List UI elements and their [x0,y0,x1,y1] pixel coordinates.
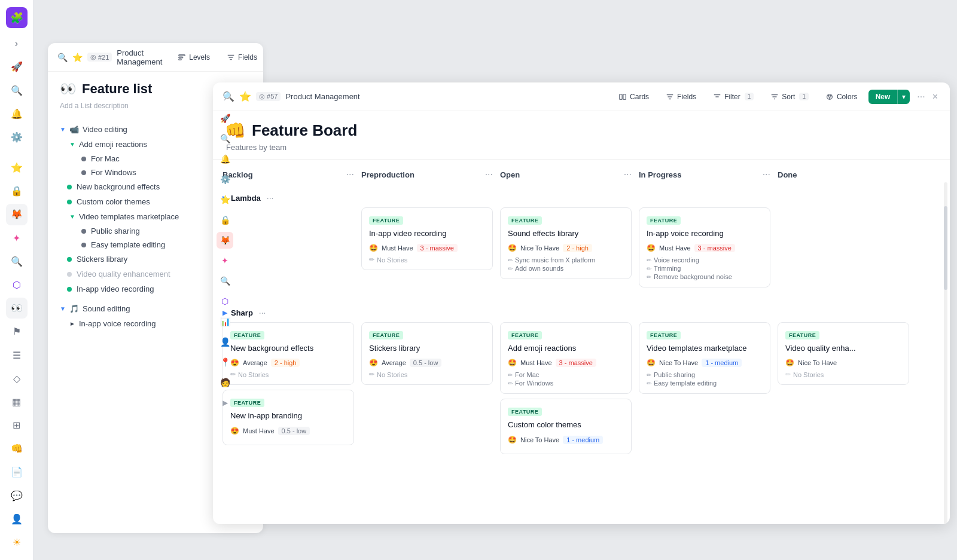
lambda-group-header[interactable]: ▶ Lambda ··· [223,187,940,207]
board-fields-button[interactable]: Fields [660,90,702,104]
svg-rect-1 [179,57,183,58]
card-emoji-reactions[interactable]: FEATURE Add emoji reactions 🤩 Must Have … [500,322,632,394]
card-bg-effects[interactable]: FEATURE New background effects 😍 Average… [223,322,354,385]
inner-star[interactable]: ⭐ [217,191,233,208]
list-search-icon[interactable]: 🔍 [57,53,68,62]
nav-search[interactable]: 🔍 [6,80,28,101]
kanban-group-sharp: ▶ Sharp ··· FEATURE New background effec… [223,302,940,458]
nav-star[interactable]: ⭐ [6,157,28,178]
nav-search2[interactable]: 🔍 [6,251,28,272]
board-star-icon[interactable]: ⭐ [239,91,251,102]
inner-fox[interactable]: 🦊 [217,232,233,249]
sharp-group-header[interactable]: ▶ Sharp ··· [223,302,940,322]
nav-list[interactable]: ☰ [6,344,28,365]
card-color-themes[interactable]: FEATURE Custom color themes 🤩 Nice To Ha… [500,399,632,454]
cards-button[interactable]: Cards [612,90,655,104]
inner-sidebar: › 🚀 🔍 🔔 ⚙️ ⭐ 🔒 🦊 ✦ 🔍 ⬡ 📊 👤 📍 🧑 ▶ [213,82,237,441]
item-dot [67,257,72,262]
item-dot [81,243,86,247]
nav-doc[interactable]: 📄 [6,461,28,482]
card-voice-recording[interactable]: FEATURE In-app voice recording 🤩 Must Ha… [639,207,770,287]
list-star-icon[interactable]: ⭐ [72,53,83,62]
item-dot [81,229,86,234]
nav-rocket[interactable]: 🚀 [6,56,28,77]
board-title: Feature Board [252,121,357,140]
board-header-title: Product Management [285,92,359,101]
nav-expand[interactable]: › [6,33,28,54]
card-sound-effects[interactable]: FEATURE Sound effects library 🤩 Nice To … [500,207,632,279]
inner-person[interactable]: 👤 [217,333,233,350]
preproduction-dots[interactable]: ··· [485,169,493,180]
board-new-dropdown[interactable]: ▾ [897,90,910,104]
col-header-preproduction: Preproduction ··· [361,167,493,182]
nav-fox[interactable]: 🦊 [6,204,28,225]
levels-button[interactable]: Levels [172,50,216,65]
nav-pink[interactable]: ✦ [6,228,28,249]
inner-arrow[interactable]: ▶ [217,394,233,411]
inner-person2[interactable]: 🧑 [217,374,233,391]
backlog-dots[interactable]: ··· [346,169,354,180]
inner-chart[interactable]: 📊 [217,313,233,330]
board-filter-button[interactable]: Filter 1 [707,90,760,104]
item-dot [67,287,72,292]
list-page-emoji: 👀 [60,81,76,97]
card-video-quality[interactable]: FEATURE Video quality enha... 🤩 Nice To … [778,322,909,385]
card-inapp-video[interactable]: FEATURE In-app video recording 🤩 Must Ha… [361,207,493,270]
scrollbar-thumb[interactable] [944,206,947,290]
sharp-preproduction: FEATURE Stickers library 😍 Average 0.5 -… [361,322,493,458]
nav-fist[interactable]: 👊 [6,438,28,459]
lambda-preproduction: FEATURE In-app video recording 🤩 Must Ha… [361,207,493,292]
board-new-button-group: New ▾ [868,90,910,104]
inner-pin[interactable]: 📍 [217,354,233,371]
inner-rocket[interactable]: 🚀 [217,110,233,127]
svg-rect-4 [620,94,622,99]
sharp-backlog: FEATURE New background effects 😍 Average… [223,322,354,458]
board-sort-button[interactable]: Sort 1 [764,90,815,104]
svg-rect-0 [179,54,185,56]
inprogress-dots[interactable]: ··· [763,169,770,180]
sharp-dots[interactable]: ··· [259,308,266,317]
brand-logo[interactable]: 🧩 [6,7,28,28]
board-colors-button[interactable]: Colors [819,90,864,104]
open-dots[interactable]: ··· [624,169,632,180]
svg-point-8 [830,95,831,96]
kanban-area: Backlog ··· Preproduction ··· Open ··· I… [213,160,950,524]
nav-bars[interactable]: ▦ [6,391,28,412]
nav-lock[interactable]: 🔒 [6,180,28,201]
item-dot [67,272,72,277]
lambda-row: FEATURE In-app video recording 🤩 Must Ha… [223,207,940,292]
nav-settings[interactable]: ⚙️ [6,127,28,148]
col-header-open: Open ··· [500,167,632,182]
inner-lock[interactable]: 🔒 [217,212,233,228]
nav-git[interactable]: ⬡ [6,274,28,295]
inner-purple[interactable]: ⬡ [217,293,233,310]
nav-person[interactable]: 👤 [6,509,28,530]
board-subtitle: Features by team [226,143,938,152]
nav-flag[interactable]: ⚑ [6,321,28,342]
inner-pink[interactable]: ✦ [217,252,233,269]
col-header-inprogress: In Progress ··· [639,167,770,182]
board-title-area: 👊 Feature Board Features by team [213,111,950,160]
item-dot [67,200,72,204]
inner-settings[interactable]: ⚙️ [217,171,233,188]
nav-chat[interactable]: 💬 [6,485,28,506]
nav-sun[interactable]: ☀ [6,532,28,553]
card-branding[interactable]: FEATURE New in-app branding 😍 Must Have … [223,390,354,445]
nav-diamond[interactable]: ◇ [6,368,28,389]
fields-button[interactable]: Fields [221,50,263,65]
card-stickers[interactable]: FEATURE Stickers library 😍 Average 0.5 -… [361,322,493,385]
card-templates[interactable]: FEATURE Video templates marketplace 🤩 Ni… [639,322,770,394]
kanban-scroll[interactable]: ▶ Lambda ··· FEATURE In-app video record… [213,182,950,524]
board-more-button[interactable]: ··· [917,91,925,102]
nav-table[interactable]: ⊞ [6,415,28,436]
inner-bell[interactable]: 🔔 [217,151,233,167]
board-close-button[interactable]: × [930,89,940,105]
nav-bell[interactable]: 🔔 [6,103,28,124]
inner-search[interactable]: 🔍 [217,130,233,147]
inner-green[interactable]: 🔍 [217,273,233,289]
board-new-button[interactable]: New [868,90,898,104]
lambda-dots[interactable]: ··· [267,193,274,203]
inner-expand[interactable]: › [217,90,233,106]
nav-eyes[interactable]: 👀 [6,298,28,319]
kanban-column-headers: Backlog ··· Preproduction ··· Open ··· I… [213,160,950,182]
